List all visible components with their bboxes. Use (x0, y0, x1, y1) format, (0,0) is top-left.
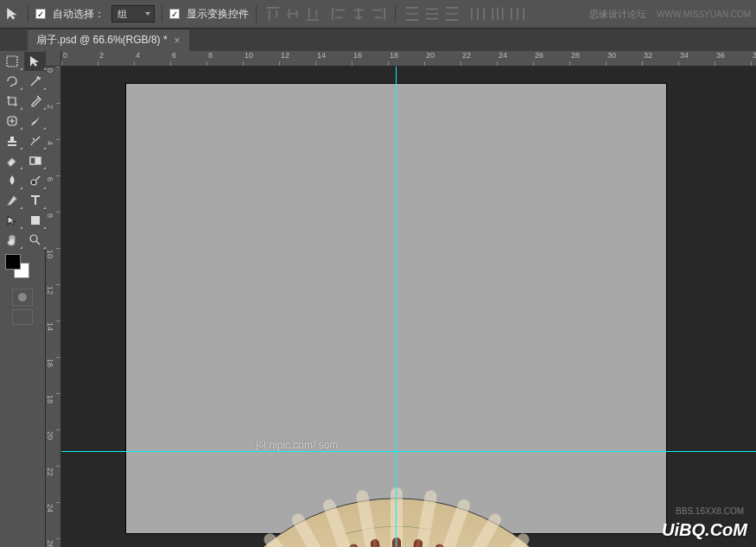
ruler-tick: 36 (715, 51, 725, 67)
crop-tool[interactable] (1, 92, 23, 111)
ruler-tick: 0 (61, 51, 67, 67)
eyedropper-tool[interactable] (24, 92, 47, 111)
ruler-origin[interactable] (46, 51, 61, 67)
ruler-tick: 6 (46, 175, 61, 181)
vertical-guide[interactable] (396, 67, 397, 547)
lasso-tool[interactable] (1, 72, 23, 91)
document-tab[interactable]: 扇子.psd @ 66.6%(RGB/8) * × (28, 29, 189, 51)
options-bar: 自动选择： 组 显示变换控件 思缘设计论坛 WWW.MISSYUAN.COM (0, 0, 756, 29)
ruler-tick: 38 (751, 51, 756, 67)
dist-top-button[interactable] (403, 5, 422, 22)
wand-tool[interactable] (24, 72, 47, 91)
svg-rect-4 (31, 216, 40, 225)
tab-close-icon[interactable]: × (175, 35, 181, 47)
ruler-tick: 16 (352, 51, 362, 67)
ruler-tick: 8 (46, 212, 61, 218)
distribute-group-2 (468, 5, 527, 22)
svg-point-3 (31, 180, 36, 185)
ruler-tick: 2 (98, 51, 104, 67)
tab-title: 扇子.psd @ 66.6%(RGB/8) * (36, 33, 168, 48)
screen-mode-toggle[interactable] (12, 309, 33, 325)
align-right-button[interactable] (369, 5, 388, 22)
dodge-tool[interactable] (24, 171, 47, 190)
zoom-tool[interactable] (24, 231, 47, 250)
align-bottom-button[interactable] (303, 5, 322, 22)
ruler-tick: 6 (170, 51, 176, 67)
ruler-tick: 10 (46, 248, 61, 258)
ruler-tick: 0 (46, 67, 61, 73)
foreground-color-swatch[interactable] (5, 254, 21, 270)
ruler-tick: 18 (388, 51, 398, 67)
ruler-tick: 4 (46, 139, 61, 145)
ruler-tick: 20 (424, 51, 435, 67)
align-left-button[interactable] (329, 5, 348, 22)
vertical-ruler[interactable]: 02468101214161820222426 (46, 67, 61, 547)
auto-select-checkbox[interactable] (35, 9, 46, 19)
show-transform-label: 显示变换控件 (187, 7, 249, 22)
color-swatches (0, 251, 45, 285)
ruler-tick: 8 (206, 51, 213, 67)
eraser-tool[interactable] (1, 151, 23, 170)
ruler-tick: 30 (606, 51, 616, 67)
horizontal-guide[interactable] (61, 451, 756, 452)
ruler-tick: 24 (497, 51, 507, 67)
brand-url: WWW.MISSYUAN.COM (657, 10, 751, 19)
ruler-tick: 16 (46, 357, 61, 367)
ruler-tick: 2 (46, 103, 61, 109)
blur-tool[interactable] (1, 171, 23, 190)
marquee-tool[interactable] (1, 52, 23, 71)
active-tool-icon (5, 6, 21, 22)
ruler-tick: 20 (46, 429, 61, 440)
ruler-tick: 4 (134, 51, 140, 67)
divider (395, 5, 396, 22)
ruler-tick: 18 (46, 393, 61, 404)
quick-mask-toggle[interactable] (12, 289, 33, 306)
type-tool[interactable] (24, 191, 47, 210)
pen-tool[interactable] (1, 191, 23, 210)
dist-bottom-button[interactable] (442, 5, 461, 22)
ruler-tick: 22 (461, 51, 471, 67)
divider (256, 5, 257, 22)
svg-rect-2 (30, 157, 35, 164)
gradient-tool[interactable] (24, 151, 47, 170)
uibq-watermark: UiBQ.CoM (662, 520, 747, 540)
canvas-area: 02468101214161820222426283032343638 0246… (46, 51, 756, 547)
align-vcenter-button[interactable] (283, 5, 302, 22)
dist-hcenter-button[interactable] (488, 5, 507, 22)
auto-select-dropdown[interactable]: 组 (111, 5, 155, 22)
divider (28, 5, 29, 22)
ruler-tick: 34 (678, 51, 689, 67)
ruler-tick: 22 (46, 466, 61, 476)
move-tool[interactable] (24, 52, 47, 71)
ruler-tick: 26 (533, 51, 543, 67)
path-select-tool[interactable] (1, 211, 23, 230)
svg-rect-0 (7, 56, 17, 67)
ruler-tick: 14 (46, 321, 61, 331)
ruler-tick: 28 (569, 51, 580, 67)
healing-tool[interactable] (1, 111, 23, 130)
hand-tool[interactable] (1, 231, 23, 250)
shape-tool[interactable] (24, 211, 47, 230)
stamp-tool[interactable] (1, 131, 23, 150)
dist-right-button[interactable] (508, 5, 527, 22)
viewport[interactable]: 闷 nipic.com/ som (61, 67, 756, 547)
horizontal-ruler[interactable]: 02468101214161820222426283032343638 (61, 51, 756, 67)
show-transform-checkbox[interactable] (169, 9, 180, 19)
ruler-tick: 12 (279, 51, 289, 67)
align-top-button[interactable] (264, 5, 283, 22)
history-brush-tool[interactable] (24, 131, 47, 150)
distribute-group-1 (403, 5, 461, 22)
brand-text: 思缘设计论坛 (589, 8, 646, 21)
brush-tool[interactable] (24, 111, 47, 130)
divider (162, 5, 162, 22)
dist-vcenter-button[interactable] (422, 5, 442, 22)
ruler-tick: 12 (46, 284, 61, 295)
dist-left-button[interactable] (468, 5, 487, 22)
svg-point-5 (30, 235, 37, 242)
bbs-watermark: BBS.16XX8.COM (676, 506, 744, 516)
auto-select-label: 自动选择： (53, 7, 105, 22)
dropdown-value: 组 (118, 8, 127, 21)
document-tab-bar: 扇子.psd @ 66.6%(RGB/8) * × (0, 29, 756, 51)
align-hcenter-button[interactable] (349, 5, 368, 22)
align-group-2 (329, 5, 388, 22)
